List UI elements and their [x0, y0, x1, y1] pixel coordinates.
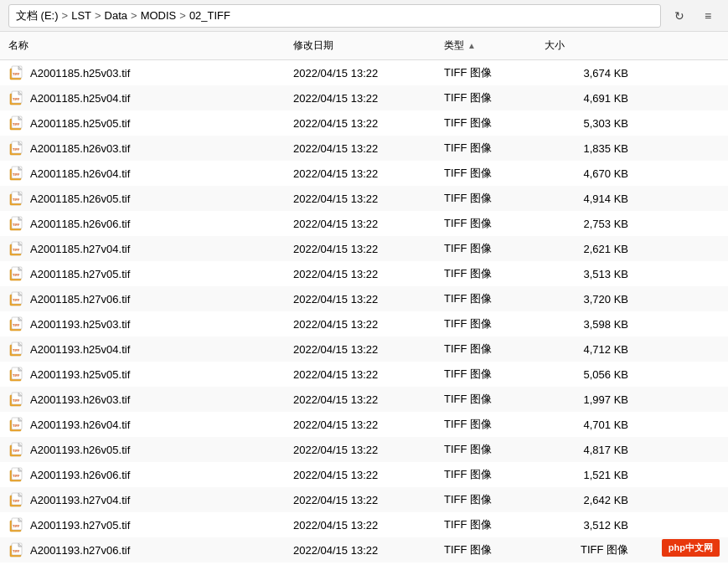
table-row[interactable]: TIFF A2001185.h27v05.tif 2022/04/15 13:2… — [0, 261, 728, 286]
file-type: TIFF 图像 — [444, 90, 545, 105]
breadcrumb-item-modis[interactable]: MODIS — [141, 9, 177, 22]
file-modified: 2022/04/15 13:22 — [293, 544, 444, 557]
table-row[interactable]: TIFF A2001193.h26v06.tif 2022/04/15 13:2… — [0, 462, 728, 487]
file-name-cell: TIFF A2001193.h26v04.tif — [8, 416, 293, 433]
file-name-cell: TIFF A2001193.h27v05.tif — [8, 516, 293, 533]
table-row[interactable]: TIFF A2001185.h25v05.tif 2022/04/15 13:2… — [0, 110, 728, 136]
file-name: A2001185.h25v03.tif — [30, 67, 130, 80]
file-size: 2,642 KB — [545, 494, 645, 506]
file-size: 1,521 KB — [545, 469, 645, 481]
file-name: A2001193.h25v04.tif — [30, 343, 130, 356]
svg-text:TIFF: TIFF — [13, 273, 20, 277]
file-size: 4,914 KB — [545, 193, 645, 205]
table-row[interactable]: TIFF A2001185.h26v04.tif 2022/04/15 13:2… — [0, 161, 728, 186]
svg-text:TIFF: TIFF — [13, 499, 20, 503]
table-row[interactable]: TIFF A2001185.h26v06.tif 2022/04/15 13:2… — [0, 211, 728, 236]
menu-button[interactable]: ≡ — [696, 4, 720, 28]
table-row[interactable]: TIFF A2001185.h25v04.tif 2022/04/15 13:2… — [0, 85, 728, 110]
svg-text:TIFF: TIFF — [13, 97, 20, 101]
col-header-name[interactable]: 名称 — [8, 35, 293, 56]
svg-text:TIFF: TIFF — [13, 72, 20, 76]
col-header-type[interactable]: 类型 ▲ — [444, 35, 545, 56]
svg-text:TIFF: TIFF — [13, 549, 20, 553]
tiff-icon: TIFF — [8, 64, 25, 81]
file-size: 2,621 KB — [545, 243, 645, 255]
file-size: 3,512 KB — [545, 519, 645, 532]
breadcrumb-item-lst[interactable]: LST — [71, 9, 91, 22]
svg-text:TIFF: TIFF — [13, 198, 20, 202]
file-type: TIFF 图像 — [444, 316, 545, 331]
file-type: TIFF 图像 — [444, 517, 545, 532]
svg-text:TIFF: TIFF — [13, 348, 20, 352]
tiff-icon: TIFF — [8, 466, 25, 483]
file-modified: 2022/04/15 13:22 — [293, 469, 444, 481]
table-row[interactable]: TIFF A2001193.h26v05.tif 2022/04/15 13:2… — [0, 437, 728, 462]
file-modified: 2022/04/15 13:22 — [293, 218, 444, 230]
breadcrumb-item-data[interactable]: Data — [105, 9, 127, 22]
file-name-cell: TIFF A2001193.h26v06.tif — [8, 466, 293, 483]
table-row[interactable]: TIFF A2001193.h25v04.tif 2022/04/15 13:2… — [0, 336, 728, 362]
file-type: TIFF 图像 — [444, 241, 545, 256]
svg-text:TIFF: TIFF — [13, 449, 20, 453]
table-row[interactable]: TIFF A2001193.h27v05.tif 2022/04/15 13:2… — [0, 512, 728, 537]
col-header-modified[interactable]: 修改日期 — [293, 35, 444, 56]
file-modified: 2022/04/15 13:22 — [293, 494, 444, 506]
file-size: 3,513 KB — [545, 268, 645, 280]
table-row[interactable]: TIFF A2001193.h27v06.tif 2022/04/15 13:2… — [0, 537, 728, 562]
file-name: A2001193.h27v04.tif — [30, 494, 130, 506]
table-row[interactable]: TIFF A2001185.h27v06.tif 2022/04/15 13:2… — [0, 286, 728, 311]
title-bar: 文档 (E:) > LST > Data > MODIS > 02_TIFF ↻… — [0, 0, 728, 32]
breadcrumb-item-docs[interactable]: 文档 (E:) — [16, 8, 59, 23]
file-modified: 2022/04/15 13:22 — [293, 318, 444, 331]
file-name: A2001185.h27v05.tif — [30, 268, 130, 280]
svg-text:TIFF: TIFF — [13, 323, 20, 327]
breadcrumb[interactable]: 文档 (E:) > LST > Data > MODIS > 02_TIFF — [8, 4, 661, 28]
file-name-cell: TIFF A2001185.h27v06.tif — [8, 290, 293, 307]
file-name: A2001193.h27v06.tif — [30, 544, 130, 557]
svg-text:TIFF: TIFF — [13, 373, 20, 378]
file-size: 4,712 KB — [545, 343, 645, 356]
svg-text:TIFF: TIFF — [13, 223, 20, 227]
file-type: TIFF 图像 — [444, 342, 545, 357]
table-row[interactable]: TIFF A2001193.h26v04.tif 2022/04/15 13:2… — [0, 412, 728, 437]
table-row[interactable]: TIFF A2001193.h25v05.tif 2022/04/15 13:2… — [0, 362, 728, 387]
table-row[interactable]: TIFF A2001185.h26v05.tif 2022/04/15 13:2… — [0, 186, 728, 211]
file-type: TIFF 图像 — [444, 291, 545, 306]
file-type: TIFF 图像 — [444, 65, 545, 80]
file-name: A2001185.h27v04.tif — [30, 243, 130, 255]
col-header-size[interactable]: 大小 — [545, 35, 645, 56]
file-modified: 2022/04/15 13:22 — [293, 117, 444, 130]
file-modified: 2022/04/15 13:22 — [293, 368, 444, 381]
sort-icon: ▲ — [467, 41, 476, 50]
file-type: TIFF 图像 — [444, 216, 545, 231]
tiff-icon: TIFF — [8, 115, 25, 131]
file-type: TIFF 图像 — [444, 266, 545, 281]
refresh-button[interactable]: ↻ — [668, 4, 691, 28]
file-name-cell: TIFF A2001193.h25v05.tif — [8, 366, 293, 383]
file-name-cell: TIFF A2001185.h26v05.tif — [8, 190, 293, 207]
breadcrumb-item-02tiff[interactable]: 02_TIFF — [189, 9, 230, 22]
file-name-cell: TIFF A2001185.h27v04.tif — [8, 240, 293, 257]
tiff-icon: TIFF — [8, 215, 25, 232]
file-size: 5,056 KB — [545, 368, 645, 381]
file-name: A2001193.h25v03.tif — [30, 318, 130, 331]
file-name: A2001185.h26v03.tif — [30, 142, 130, 155]
svg-text:TIFF: TIFF — [13, 122, 20, 126]
file-name-cell: TIFF A2001193.h25v03.tif — [8, 316, 293, 332]
file-size: TIFF 图像 — [545, 542, 645, 557]
table-row[interactable]: TIFF A2001185.h27v04.tif 2022/04/15 13:2… — [0, 236, 728, 261]
file-size: 5,303 KB — [545, 117, 645, 130]
file-type: TIFF 图像 — [444, 166, 545, 181]
table-row[interactable]: TIFF A2001193.h26v03.tif 2022/04/15 13:2… — [0, 387, 728, 412]
table-row[interactable]: TIFF A2001185.h25v03.tif 2022/04/15 13:2… — [0, 60, 728, 85]
file-name: A2001185.h25v05.tif — [30, 117, 130, 130]
file-size: 4,817 KB — [545, 444, 645, 456]
file-type: TIFF 图像 — [444, 141, 545, 156]
table-row[interactable]: TIFF A2001185.h26v03.tif 2022/04/15 13:2… — [0, 136, 728, 161]
file-name-cell: TIFF A2001185.h26v06.tif — [8, 215, 293, 232]
table-row[interactable]: TIFF A2001193.h27v04.tif 2022/04/15 13:2… — [0, 487, 728, 512]
file-modified: 2022/04/15 13:22 — [293, 343, 444, 356]
file-modified: 2022/04/15 13:22 — [293, 444, 444, 456]
file-name-cell: TIFF A2001193.h25v04.tif — [8, 341, 293, 357]
table-row[interactable]: TIFF A2001193.h25v03.tif 2022/04/15 13:2… — [0, 311, 728, 336]
